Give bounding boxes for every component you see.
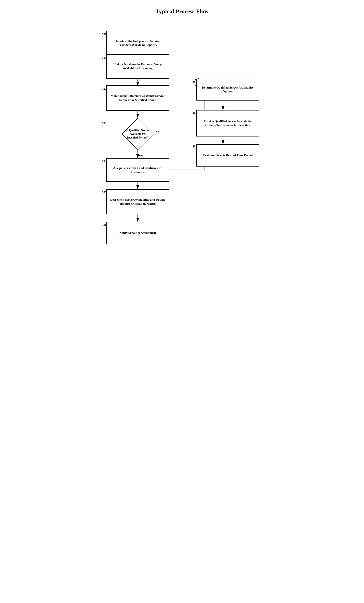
diagram: no yes 300 Inputs of the Independent Ser… (91, 23, 273, 307)
node-305-label: 305 (102, 191, 106, 194)
node-304: Assign Service Call and Confirm with Cus… (106, 158, 169, 182)
node-301-label: 301 (102, 56, 106, 59)
node-302: Manufacturer Receives Customer Service R… (106, 85, 169, 111)
svg-text:no: no (156, 129, 159, 133)
node-304-label: 304 (102, 160, 106, 163)
node-300-label: 300 (102, 33, 106, 36)
node-305: Decrement Server Availability and Update… (106, 189, 169, 214)
node-302-label: 302 (102, 87, 106, 91)
node-301: Update Database for Dynamic Group Availa… (106, 54, 169, 79)
node-307: Determine Qualified Server Availability … (196, 79, 259, 101)
node-303: Is Qualified Server Available for Specif… (121, 118, 154, 150)
node-306: Notify Server of Assignment (106, 222, 169, 244)
node-303-label: 303 (102, 122, 106, 125)
node-309: Customer Selects Desired Time Period (196, 144, 259, 167)
page-title: Typical Process Flow (91, 8, 273, 15)
node-308: Provide Qualified Server Availability Op… (196, 110, 259, 137)
svg-text:yes: yes (139, 154, 143, 157)
node-306-label: 306 (102, 223, 106, 227)
node-300: Inputs of the Independent Service Provid… (106, 31, 169, 55)
